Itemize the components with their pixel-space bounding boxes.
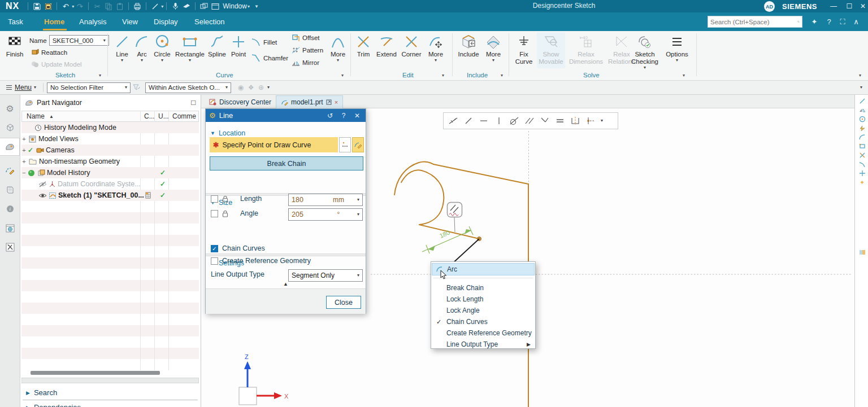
constraint-horizontal-icon[interactable] — [476, 114, 491, 128]
break-chain-button[interactable]: Break Chain — [210, 156, 363, 170]
angle-input[interactable] — [292, 211, 320, 218]
fullscreen-icon[interactable]: ⛶ — [836, 16, 849, 28]
sidebar-item-info[interactable]: i — [0, 200, 20, 218]
menu-item-line-output-type[interactable]: Line Output Type ▶ — [432, 339, 535, 350]
rt-quick-trim-icon[interactable] — [857, 124, 867, 132]
trim-button[interactable]: Trim — [354, 33, 373, 58]
angle-checkbox[interactable] — [211, 210, 218, 217]
ribbon-overflow-icon[interactable]: ▾ — [859, 73, 861, 78]
selection-filter-combo[interactable]: No Selection Filter▾ — [47, 82, 131, 93]
options-button[interactable]: Options▾ — [663, 33, 691, 63]
selection-scope-combo[interactable]: Within Active Sketch O...▾ — [145, 82, 231, 93]
expand-icon[interactable]: + — [21, 158, 27, 165]
window-menu[interactable]: Window — [223, 2, 247, 10]
include-button[interactable]: Include — [455, 33, 481, 58]
line-button[interactable]: Line▾ — [112, 33, 132, 63]
pattern-button[interactable]: Pattern — [292, 46, 323, 54]
search-input[interactable] — [710, 19, 797, 25]
sidebar-item-library[interactable] — [0, 181, 20, 199]
column-name[interactable]: Name — [27, 112, 45, 120]
angle-unit[interactable]: ° — [337, 211, 340, 218]
tab-view[interactable]: View — [122, 12, 138, 31]
sidebar-item-part-navigator[interactable] — [0, 138, 20, 156]
menu-item-arc[interactable]: Arc — [432, 263, 535, 275]
sidebar-item-web-browser[interactable] — [0, 219, 20, 237]
undo-icon[interactable]: ↶ — [60, 1, 71, 11]
constraint-toolbar-more-icon[interactable]: ▾ — [601, 119, 603, 123]
group-include-dialog-icon[interactable]: ▾ — [501, 73, 503, 78]
sidebar-item-assembly-navigator[interactable] — [0, 119, 20, 137]
line-tool-icon[interactable] — [149, 1, 160, 11]
spline-button[interactable]: Spline — [206, 33, 228, 58]
close-tab-icon[interactable]: × — [335, 99, 338, 106]
close-window-button[interactable]: ✕ — [856, 0, 868, 12]
section-dependencies[interactable]: ▶ Dependencies — [26, 403, 81, 407]
mirror-button[interactable]: Mirror — [292, 59, 319, 67]
collapse-icon[interactable]: − — [21, 169, 27, 176]
minimize-button[interactable]: — — [826, 0, 841, 12]
length-checkbox[interactable] — [211, 195, 218, 203]
sidebar-item-tools[interactable] — [0, 238, 20, 256]
window-icon[interactable] — [210, 1, 221, 11]
constraint-vertical-icon[interactable] — [492, 114, 506, 128]
line-output-dropdown[interactable]: Segment Only ▾ — [288, 269, 363, 282]
tree-column-header[interactable]: Name ▲ C... U... Comme — [21, 111, 199, 122]
quick-access-overflow-icon[interactable]: ▼ — [254, 4, 259, 9]
menu-item-chain-curves[interactable]: ✓ Chain Curves — [432, 316, 535, 327]
line-tool-caret-icon[interactable]: ▾ — [161, 4, 163, 9]
rt-arc-icon[interactable] — [857, 133, 867, 141]
angle-unit-caret-icon[interactable]: ▾ — [357, 212, 359, 217]
fillet-button[interactable]: Fillet — [251, 38, 277, 47]
dialog-collapse-icon[interactable]: ▲ — [206, 281, 366, 287]
search-icon[interactable] — [797, 18, 800, 25]
tab-task[interactable]: Task — [8, 12, 23, 31]
section-search[interactable]: ▶ Search — [26, 388, 57, 397]
rt-star-icon[interactable]: ✦ — [857, 178, 867, 186]
close-button[interactable]: Close — [326, 296, 361, 309]
arc-button[interactable]: Arc▾ — [133, 33, 150, 63]
constraint-sloped-icon[interactable] — [461, 114, 475, 128]
reattach-button[interactable]: Reattach — [31, 49, 67, 56]
length-unit-caret-icon[interactable]: ▾ — [357, 198, 359, 202]
tree-scrollbar-thumb[interactable] — [31, 371, 160, 375]
line-dialog-header[interactable]: ⚙ Line ↺ ? ✕ — [206, 109, 366, 122]
origin-box[interactable] — [239, 387, 257, 405]
tree-row-cameras[interactable]: + ✓ Cameras — [21, 145, 199, 156]
group-edit-dialog-icon[interactable]: ▾ — [442, 73, 444, 78]
command-search[interactable] — [708, 16, 802, 28]
constraint-midpoint-icon[interactable] — [446, 114, 460, 128]
microphone-icon[interactable] — [170, 1, 181, 11]
constraint-parallel-icon[interactable] — [522, 114, 536, 128]
menu-item-break-chain[interactable]: Break Chain — [432, 282, 535, 294]
tab-analysis[interactable]: Analysis — [79, 12, 106, 31]
constraint-tangent-icon[interactable] — [507, 114, 521, 128]
dialog-help-icon[interactable]: ? — [338, 112, 349, 120]
menu-item-lock-length[interactable]: Lock Length — [432, 294, 535, 305]
point-button[interactable]: Point — [229, 33, 248, 58]
touch-mode-icon[interactable] — [181, 1, 192, 11]
rt-circle-icon[interactable] — [857, 115, 867, 123]
tree-row-history-mode[interactable]: History Modeling Mode — [21, 122, 199, 133]
length-field[interactable]: mm ▾ — [288, 194, 363, 206]
rt-point-icon[interactable] — [857, 169, 867, 177]
create-ref-checkbox[interactable] — [211, 257, 218, 265]
rt-line-icon[interactable] — [857, 97, 867, 105]
column-comment[interactable]: Comme — [172, 112, 196, 120]
dialog-reset-icon[interactable]: ↺ — [325, 112, 335, 120]
rt-rectangle-icon[interactable] — [857, 142, 867, 150]
group-solve-dialog-icon[interactable]: ▾ — [683, 73, 685, 78]
angle-field[interactable]: ° ▾ — [288, 208, 363, 221]
offset-button[interactable]: Offset — [292, 34, 319, 42]
sketch-checking-button[interactable]: Sketch Checking▾ — [628, 33, 661, 70]
chamfer-button[interactable]: Chamfer — [251, 54, 288, 63]
constraint-equal-icon[interactable] — [553, 114, 567, 128]
chain-curves-checkbox[interactable]: ✓ — [211, 245, 218, 252]
horizontal-scrollbar[interactable] — [21, 378, 199, 383]
tab-model1-prt[interactable]: model1.prt × — [276, 95, 343, 108]
rt-extra-icon[interactable] — [857, 248, 867, 256]
print-icon[interactable] — [132, 1, 143, 11]
snap-options-caret-icon[interactable]: ▾ — [267, 85, 270, 90]
draw-curve-button[interactable] — [352, 137, 364, 152]
rectangle-button[interactable]: Rectangle▾ — [174, 33, 206, 63]
include-more-button[interactable]: More▾ — [483, 33, 504, 63]
